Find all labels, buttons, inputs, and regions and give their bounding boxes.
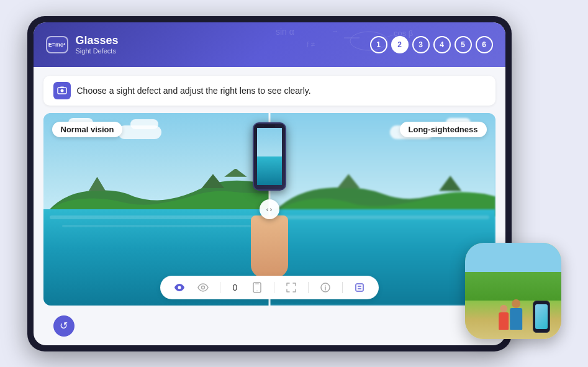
svg-point-14 — [256, 290, 258, 291]
device-screen: sin α f ≠ → cos β ∑ E=mc² Glasses Sight … — [34, 22, 505, 345]
toolbar-divider-4 — [342, 282, 343, 293]
svg-text:→: → — [332, 27, 338, 35]
layers-icon[interactable] — [353, 281, 366, 294]
header: sin α f ≠ → cos β ∑ E=mc² Glasses Sight … — [34, 22, 505, 67]
toolbar-divider-1 — [220, 282, 220, 293]
step-4[interactable]: 4 — [433, 36, 451, 53]
step-5[interactable]: 5 — [455, 36, 472, 53]
wave-3 — [276, 215, 489, 219]
toolbar-number: 0 — [230, 283, 240, 292]
toolbar-divider-2 — [274, 282, 274, 293]
eye-outline-icon[interactable] — [196, 281, 210, 294]
phone-notch — [264, 125, 275, 127]
step-2[interactable]: 2 — [391, 36, 409, 53]
layers-svg — [355, 283, 364, 292]
step-1[interactable]: 1 — [370, 36, 387, 53]
hand-shape — [251, 215, 288, 278]
svg-point-18 — [325, 285, 326, 286]
thumbnail-inner — [465, 243, 561, 339]
comparison-container[interactable]: Normal vision Long-sightedness ‹ › — [43, 113, 495, 306]
phone-screen-sea — [257, 156, 282, 185]
toolbar-divider-3 — [308, 282, 309, 293]
svg-text:f ≠: f ≠ — [307, 40, 315, 49]
svg-point-9 — [60, 89, 63, 92]
instruction-text: Choose a sight defect and adjust the rig… — [77, 86, 311, 96]
fullscreen-svg — [286, 283, 296, 292]
fullscreen-icon[interactable] — [284, 281, 298, 294]
toolbar: 0 — [160, 276, 379, 299]
drag-handle[interactable]: ‹ › — [260, 199, 279, 219]
person-1 — [499, 305, 509, 330]
app-subtitle: Sight Defects — [76, 47, 119, 55]
bottom-bar: ↺ — [43, 313, 495, 339]
cloud-4 — [130, 119, 158, 129]
instruction-icon — [53, 82, 71, 99]
step-3[interactable]: 3 — [412, 36, 430, 53]
refresh-button[interactable]: ↺ — [53, 315, 75, 337]
thumbnail-card — [465, 243, 561, 339]
thumb-phone-screen — [535, 304, 548, 329]
eye-filled-icon — [174, 283, 185, 292]
instruction-bar: Choose a sight defect and adjust the rig… — [43, 76, 495, 106]
drag-right-arrow: › — [270, 206, 273, 213]
header-titles: Glasses Sight Defects — [76, 34, 119, 55]
eye-outline-svg — [197, 283, 209, 292]
left-vision-label: Normal vision — [52, 122, 123, 137]
phone-device — [253, 122, 286, 191]
svg-rect-10 — [60, 86, 64, 88]
step-6[interactable]: 6 — [476, 36, 493, 53]
people-group — [499, 299, 522, 330]
person-1-head — [500, 305, 507, 312]
app-title: Glasses — [76, 34, 119, 47]
app-logo: E=mc² — [46, 36, 68, 53]
eye-active-icon[interactable] — [173, 281, 186, 294]
step-indicators: 1 2 3 4 5 6 — [370, 36, 493, 53]
svg-rect-19 — [356, 284, 363, 291]
person-2 — [510, 299, 522, 330]
logo-text: E=mc² — [48, 42, 65, 48]
content-area: Choose a sight defect and adjust the rig… — [34, 67, 505, 345]
info-svg — [320, 283, 330, 292]
right-vision-label: Long-sightedness — [400, 122, 487, 137]
refresh-icon: ↺ — [60, 320, 68, 332]
svg-point-11 — [178, 286, 181, 289]
phone-toolbar-icon[interactable] — [250, 281, 264, 294]
svg-rect-15 — [255, 283, 259, 284]
camera-icon — [57, 86, 67, 96]
device-frame: sin α f ≠ → cos β ∑ E=mc² Glasses Sight … — [27, 16, 512, 351]
thumb-phone — [533, 301, 550, 333]
svg-text:sin α: sin α — [276, 27, 294, 37]
wave-2 — [62, 225, 251, 227]
phone-screen — [257, 128, 282, 185]
phone-icon-svg — [253, 282, 261, 293]
info-icon[interactable] — [319, 281, 332, 294]
person-2-body — [510, 308, 522, 330]
phone-screen-sky — [257, 128, 282, 160]
toolbar-wrapper: 0 — [160, 276, 379, 299]
drag-left-arrow: ‹ — [266, 206, 269, 213]
person-2-head — [512, 299, 520, 308]
wave-1 — [50, 215, 263, 219]
person-1-body — [499, 312, 509, 330]
svg-point-12 — [201, 286, 204, 289]
scene: sin α f ≠ → cos β ∑ E=mc² Glasses Sight … — [27, 16, 561, 351]
